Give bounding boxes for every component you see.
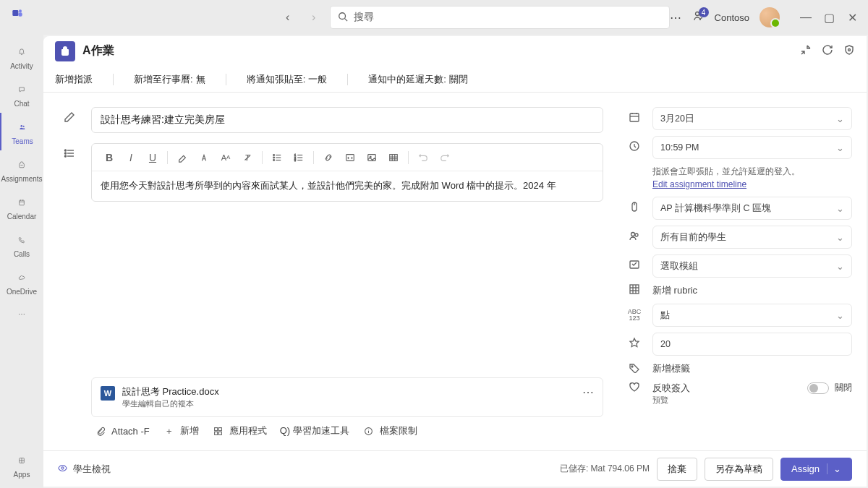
underline-button[interactable]: U: [142, 147, 163, 168]
tag-icon: [626, 361, 642, 376]
tab-calendar[interactable]: 新增至行事曆:無: [131, 73, 208, 86]
class-row[interactable]: AP 計算機科學準則 C 區塊⌄: [626, 197, 852, 220]
points-value-row[interactable]: 20: [626, 333, 852, 356]
attachment-filename: 設計思考 Practice.docx: [122, 385, 575, 398]
italic-button[interactable]: I: [121, 147, 141, 168]
assignment-title-input[interactable]: 設計思考練習:建立完美房屋: [91, 107, 603, 133]
editor-pane: 設計思考練習:建立完美房屋 B I U AA: [43, 93, 621, 450]
svg-line-4: [344, 18, 347, 21]
rail-apps[interactable]: Apps: [0, 450, 43, 488]
svg-point-26: [273, 154, 275, 155]
window-close-button[interactable]: ✕: [842, 7, 862, 27]
svg-rect-46: [219, 432, 222, 435]
backpack-icon: [13, 156, 30, 174]
calendar-icon: [13, 194, 30, 211]
code-button[interactable]: [340, 147, 360, 168]
new-button[interactable]: + 新增: [163, 424, 199, 437]
undo-button[interactable]: [413, 147, 433, 168]
due-date-row[interactable]: 3月20日⌄: [626, 107, 852, 130]
rail-more[interactable]: ⋯: [0, 302, 43, 325]
cloud-icon: [13, 269, 30, 286]
link-button[interactable]: [318, 147, 339, 168]
apps-button[interactable]: 應用程式: [212, 424, 267, 437]
image-button[interactable]: [362, 147, 382, 168]
rail-onedrive[interactable]: OneDrive: [0, 263, 43, 301]
chevron-down-icon: ⌄: [836, 310, 844, 321]
nav-controls: ‹ ›: [278, 7, 324, 27]
svg-point-65: [631, 366, 633, 367]
rail-teams[interactable]: Teams: [0, 113, 43, 150]
due-time-row[interactable]: 10:59 PM⌄: [626, 136, 852, 159]
rail-activity[interactable]: Activity: [0, 38, 43, 75]
bullet-list-button[interactable]: [267, 147, 287, 168]
rail-chat[interactable]: Chat: [0, 75, 43, 113]
svg-point-3: [339, 12, 345, 19]
instructions-editor[interactable]: B I U AA 123: [91, 143, 603, 202]
content-area: A作業 新增指派 新增至行事曆:無 將通知張貼至:一般 通知中的延遲天數:關閉 …: [43, 36, 867, 487]
rail-assignments[interactable]: Assignments: [0, 150, 43, 188]
file-limit-button[interactable]: 檔案限制: [362, 424, 417, 437]
redo-button[interactable]: [435, 147, 455, 168]
plus-icon: +: [163, 424, 176, 437]
svg-point-8: [23, 125, 25, 127]
rail-calls[interactable]: Calls: [0, 226, 43, 263]
shield-icon[interactable]: [843, 44, 855, 59]
svg-rect-38: [390, 154, 398, 160]
attachment-more-button[interactable]: ⋯: [582, 385, 594, 399]
attachment-card[interactable]: W 設計思考 Practice.docx 學生編輯自己的複本 ⋯: [91, 377, 603, 417]
rubric-icon: [626, 283, 642, 298]
points-icon: ABC123: [626, 309, 642, 322]
save-draft-button[interactable]: 另存為草稿: [705, 458, 773, 481]
window-maximize-button[interactable]: ▢: [819, 7, 839, 27]
svg-point-66: [61, 466, 64, 468]
module-icon: [626, 259, 642, 273]
learning-tools-button[interactable]: Q) 學習加速工具: [280, 424, 349, 437]
avatar[interactable]: [760, 7, 780, 27]
points-label-row[interactable]: ABC123 點⌄: [626, 304, 852, 327]
clear-format-button[interactable]: [237, 147, 258, 168]
assign-button[interactable]: Assign ⌄: [780, 458, 852, 481]
collapse-icon[interactable]: [800, 44, 812, 59]
font-color-button[interactable]: [194, 147, 214, 168]
tag-row[interactable]: 新增標籤: [626, 361, 852, 376]
svg-point-21: [65, 153, 67, 154]
refresh-icon[interactable]: [822, 44, 833, 59]
svg-rect-2: [18, 12, 22, 16]
rte-toolbar: B I U AA 123: [92, 144, 603, 171]
student-view-link[interactable]: 學生檢視: [73, 463, 111, 476]
font-size-button[interactable]: AA: [216, 147, 236, 168]
highlight-button[interactable]: [172, 147, 192, 168]
nav-back-button[interactable]: ‹: [278, 7, 298, 27]
svg-point-57: [631, 233, 635, 236]
tab-new-assignment[interactable]: 新增指派: [52, 73, 95, 86]
assign-split-chevron-icon[interactable]: ⌄: [827, 463, 841, 474]
attachment-subtitle: 學生編輯自己的複本: [122, 398, 575, 409]
people-icon: [14, 119, 31, 136]
bold-button[interactable]: B: [99, 147, 119, 168]
window-minimize-button[interactable]: —: [796, 7, 816, 27]
discard-button[interactable]: 捨棄: [657, 458, 697, 481]
edit-timeline-link[interactable]: Edit assignment timeline: [652, 179, 746, 189]
more-button[interactable]: ⋯: [670, 11, 683, 25]
search-placeholder: 搜尋: [354, 11, 374, 24]
tab-post-channel[interactable]: 將通知張貼至:一般: [244, 73, 331, 86]
org-icon[interactable]: 4: [693, 10, 705, 25]
nav-forward-button[interactable]: ›: [304, 7, 324, 27]
chat-icon: [13, 81, 30, 98]
info-icon: [362, 424, 375, 437]
table-button[interactable]: [383, 147, 404, 168]
reflect-toggle[interactable]: [807, 382, 829, 394]
rubric-row[interactable]: 新增 rubric: [626, 283, 852, 298]
tab-late-days[interactable]: 通知中的延遲天數:關閉: [365, 73, 471, 86]
reflect-state: 關閉: [835, 382, 852, 394]
attach-button[interactable]: Attach -F: [94, 424, 150, 437]
search-input[interactable]: 搜尋: [330, 6, 670, 29]
module-row[interactable]: 選取模組⌄: [626, 254, 852, 278]
app-header: A作業: [43, 36, 867, 67]
students-row[interactable]: 所有目前的學生⌄: [626, 226, 852, 249]
number-list-button[interactable]: 123: [289, 147, 309, 168]
rail-calendar[interactable]: Calendar: [0, 188, 43, 226]
svg-rect-50: [630, 114, 639, 121]
attach-bar: Attach -F + 新增 應用程式 Q) 學習加速工具: [91, 417, 603, 450]
instructions-text[interactable]: 使用您今天對設計思考所學到的內容來面試某人，並設計他們完美的家。完成附加 Wor…: [92, 171, 603, 201]
